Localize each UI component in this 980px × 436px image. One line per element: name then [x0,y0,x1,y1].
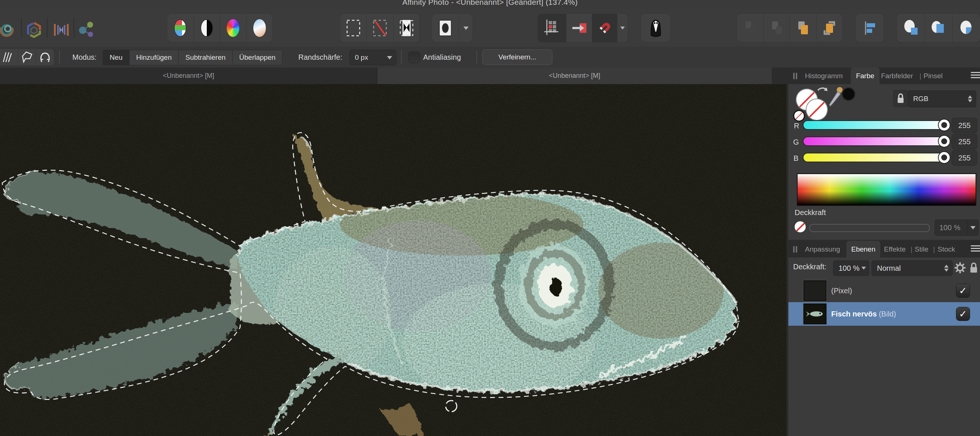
document-tab-2[interactable]: <Unbenannt> [M] [377,68,772,84]
align-button[interactable] [856,14,884,42]
arrange-to-back-button[interactable] [737,14,764,42]
magnetic-selection-button[interactable] [36,49,54,65]
tab-farbe[interactable]: Farbe [851,68,880,84]
tab-pinsel[interactable]: Pinsel [923,68,943,84]
document-tab-label: <Unbenannt> [M] [549,72,600,80]
magnet-snap-button[interactable] [592,14,617,42]
snapping-dropdown[interactable] [617,14,628,42]
arrange-backward-button[interactable] [764,14,790,42]
opacity-dropdown[interactable] [967,220,978,235]
mode-ueberlappen-button[interactable]: Überlappen [232,50,282,65]
tab-anpassung[interactable]: Anpassung [805,241,840,257]
tab-farbfelder[interactable]: Farbfelder [881,68,913,84]
slider-b-value[interactable]: 255 [952,151,977,165]
panel-menu-icon[interactable] [971,245,980,253]
gradient-map-icon [253,19,266,37]
color-model-dropdown[interactable]: RGB [908,90,976,107]
quick-mask-dropdown[interactable] [459,14,473,42]
slider-b-track[interactable] [803,154,948,162]
document-tab-1[interactable]: <Unbenannt> [M] [0,68,377,84]
chevron-down-icon [861,267,866,270]
selection-subtract-button[interactable] [925,14,953,42]
toolbar-divider [73,18,74,38]
align-group [856,14,884,42]
layer-visibility-checkbox[interactable]: ✓ [956,307,970,320]
tab-separator: | [933,241,935,257]
tab-stock[interactable]: Stock [937,241,955,257]
slider-b-knob[interactable] [939,152,950,163]
slider-r-knob[interactable] [939,119,950,131]
black-white-button[interactable] [194,14,220,42]
tone-mapping-persona-button[interactable] [78,22,94,40]
feather-combobox[interactable]: 0 px [349,50,396,65]
mode-hinzufuegen-button[interactable]: Hinzufügen [130,50,179,65]
opacity-slider-track[interactable] [810,224,930,232]
photo-persona-button[interactable] [0,21,16,40]
layer-lock-icon[interactable] [968,261,979,274]
snapping-toggle-button[interactable] [538,14,566,42]
lasso-tool-group [0,49,54,65]
gradient-map-button[interactable] [247,14,273,42]
secondary-swatch[interactable] [794,111,804,120]
picked-color-swatch[interactable] [843,88,854,100]
panel-drag-handle[interactable] [793,73,798,79]
color-model-value: RGB [908,95,976,103]
layer-opacity-combobox[interactable]: 100 % [833,260,869,276]
tab-histogramm[interactable]: Histogramm [805,68,843,84]
slider-r-value[interactable]: 255 [952,118,977,133]
opacity-value: 100 % [935,224,967,232]
context-toolbar: Modus: Neu Hinzufügen Subtrahieren Überl… [0,47,980,68]
panel-drag-handle[interactable] [793,246,798,253]
arrange-to-front-button[interactable] [816,14,843,42]
eyedropper-icon[interactable] [828,87,844,108]
select-all-button[interactable] [340,14,367,42]
assistant-button[interactable] [641,14,670,42]
develop-persona-button[interactable] [53,22,69,40]
layer-thumbnail [804,304,826,323]
freehand-selection-icon [3,51,15,63]
slider-g-knob[interactable] [939,136,950,147]
layer-row-pixel[interactable]: (Pixel) ✓ [788,279,980,302]
tone-mapping-persona-icon [78,22,94,38]
slider-r-track[interactable] [803,121,948,129]
panel-menu-icon[interactable] [971,72,980,79]
opacity-combobox[interactable]: 100 % [935,220,978,235]
chevron-down-icon [463,27,469,30]
channel-mixer-button[interactable] [167,14,194,42]
spectrum-picker[interactable] [798,174,975,205]
layer-visibility-checkbox[interactable]: ✓ [956,284,970,297]
deselect-button[interactable] [367,14,393,42]
blend-mode-dropdown[interactable]: Normal [872,260,953,276]
selection-intersect-button[interactable] [953,14,980,42]
polygon-selection-button[interactable] [18,49,36,65]
mode-subtrahieren-button[interactable]: Subtrahieren [179,50,232,65]
title-bar: Affinity Photo - <Unbenannt> [Geändert] … [0,0,980,9]
swap-colors-icon[interactable] [816,87,829,98]
stroke-color-swatch[interactable] [807,99,827,120]
mode-neu-button[interactable]: Neu [103,50,130,65]
hue-wheel-button[interactable] [220,14,247,42]
layer-type: (Bild) [879,310,896,318]
move-snap-button[interactable] [566,14,593,42]
opacity-none-swatch[interactable] [795,221,806,232]
color-lock-button[interactable] [894,90,908,106]
color-opacity-label: Deckkraft [795,208,826,217]
toolbar-divider [47,18,48,38]
slider-g-track[interactable] [803,137,948,145]
arrange-forward-button[interactable] [790,14,816,42]
selection-add-button[interactable] [897,14,925,42]
layer-settings-gear-icon[interactable] [954,262,966,274]
canvas-viewport[interactable] [0,84,786,436]
refine-button[interactable]: Verfeinern... [482,49,552,65]
quick-mask-button[interactable] [432,14,459,42]
layer-row-fisch-nervoes[interactable]: Fisch nervös (Bild) ✓ [788,302,980,326]
slider-g-value[interactable]: 255 [952,134,977,149]
liquify-persona-button[interactable] [26,22,42,40]
tab-stile[interactable]: Stile [915,241,928,257]
antialiasing-checkbox[interactable] [409,52,420,63]
freehand-selection-button[interactable] [0,49,18,65]
invert-selection-button[interactable] [394,14,420,42]
tab-ebenen[interactable]: Ebenen [846,241,880,257]
channel-mixer-icon [174,19,186,37]
tab-effekte[interactable]: Effekte [884,241,906,257]
